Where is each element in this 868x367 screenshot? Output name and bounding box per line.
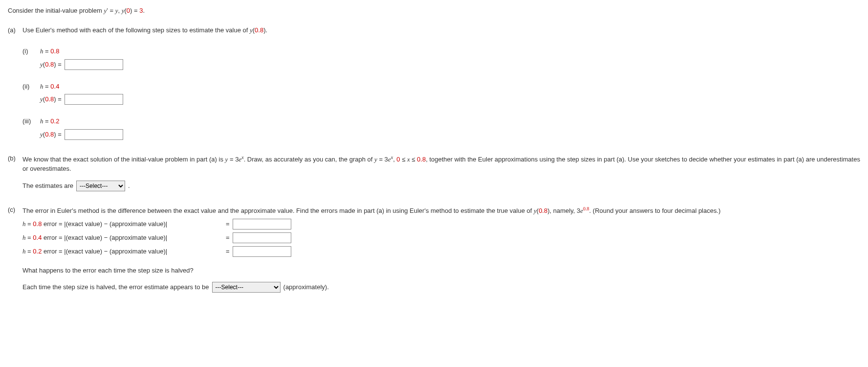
- error-input-2[interactable]: [233, 232, 291, 243]
- c-text2: . (Round your answers to four decimal pl…: [589, 207, 721, 214]
- paren-close-c: ), namely, 3: [547, 207, 580, 214]
- eqh2: =: [26, 234, 33, 241]
- answer-input-i[interactable]: [65, 59, 123, 70]
- eq1: = 3: [228, 156, 239, 163]
- err-label-1: error = |(exact value) − (approximate va…: [42, 220, 167, 228]
- eqh3: =: [26, 248, 33, 255]
- subpart-iii: (iii) h = 0.2 y(0.8) =: [22, 116, 860, 140]
- r1: 0: [396, 156, 400, 163]
- halved-question: What happens to the error each time the …: [22, 266, 860, 275]
- h-val: 0.2: [50, 117, 59, 125]
- eq-sym-3: =: [226, 247, 230, 256]
- eq: =: [43, 47, 51, 55]
- hval3: 0.2: [33, 248, 42, 255]
- error-row-3: h = 0.2 error = |(exact value) − (approx…: [22, 246, 860, 257]
- b-text2: . Draw, as accurately as you can, the gr…: [244, 156, 374, 163]
- estimates-select[interactable]: ---Select---: [76, 181, 125, 191]
- h-val: 0.8: [50, 47, 59, 55]
- num-0: 0: [127, 7, 130, 14]
- eq: ) =: [130, 7, 139, 14]
- final-text-1: Each time the step size is halved, the e…: [22, 282, 209, 292]
- answer-input-ii[interactable]: [65, 94, 123, 105]
- r2: 0.8: [417, 156, 426, 163]
- eqh1: =: [26, 220, 33, 228]
- c-text1: The error in Euler's method is the diffe…: [22, 207, 534, 214]
- period2: .: [128, 181, 130, 191]
- y-label: y(0.8) =: [40, 94, 62, 104]
- arg-val: 0.8: [255, 26, 263, 34]
- period: .: [143, 7, 145, 14]
- h-val: 0.4: [50, 83, 59, 90]
- y-label: y(0.8) =: [40, 60, 62, 69]
- error-row-1: h = 0.8 error = |(exact value) − (approx…: [22, 219, 860, 229]
- arg-c: 0.8: [539, 207, 547, 214]
- eq: =: [43, 83, 51, 90]
- subpart-iii-label: (iii): [22, 116, 40, 126]
- comma: ,: [118, 7, 121, 14]
- estimates-text: The estimates are: [22, 181, 73, 191]
- hval2: 0.4: [33, 234, 42, 241]
- part-a-label: (a): [8, 25, 22, 35]
- le2: ≤: [410, 156, 417, 163]
- error-input-1[interactable]: [233, 219, 291, 229]
- prime-eq: ' =: [107, 7, 115, 14]
- b-text1: We know that the exact solution of the i…: [22, 156, 225, 163]
- halved-select[interactable]: ---Select---: [212, 282, 281, 293]
- exp-c: 0.8: [583, 206, 589, 211]
- part-c: (c) The error in Euler's method is the d…: [8, 205, 860, 293]
- err-label-2: error = |(exact value) − (approximate va…: [42, 234, 167, 241]
- part-c-label: (c): [8, 205, 22, 293]
- subpart-ii: (ii) h = 0.4 y(0.8) =: [22, 82, 860, 105]
- eq: =: [43, 117, 51, 125]
- subpart-ii-label: (ii): [22, 82, 40, 92]
- part-a-text: Use Euler's method with each of the foll…: [22, 26, 250, 34]
- subpart-i: (i) h = 0.8 y(0.8) =: [22, 46, 860, 70]
- part-a: (a) Use Euler's method with each of the …: [8, 25, 860, 140]
- eq-sym-2: =: [226, 233, 230, 243]
- hval1: 0.8: [33, 220, 42, 228]
- error-row-2: h = 0.4 error = |(exact value) − (approx…: [22, 232, 860, 243]
- part-b: (b) We know that the exact solution of t…: [8, 154, 860, 191]
- part-b-label: (b): [8, 154, 22, 191]
- error-input-3[interactable]: [233, 246, 291, 257]
- subpart-i-label: (i): [22, 46, 40, 56]
- problem-intro: Consider the initial-value problem y' = …: [8, 6, 860, 16]
- le1: ≤: [400, 156, 407, 163]
- answer-input-iii[interactable]: [65, 129, 123, 140]
- eq-sym-1: =: [226, 219, 230, 229]
- final-text-2: (approximately).: [283, 282, 329, 292]
- y-label: y(0.8) =: [40, 130, 62, 139]
- paren-close: ).: [263, 26, 267, 34]
- eq2: = 3: [377, 156, 388, 163]
- intro-text: Consider the initial-value problem: [8, 7, 104, 14]
- err-label-3: error = |(exact value) − (approximate va…: [42, 248, 167, 255]
